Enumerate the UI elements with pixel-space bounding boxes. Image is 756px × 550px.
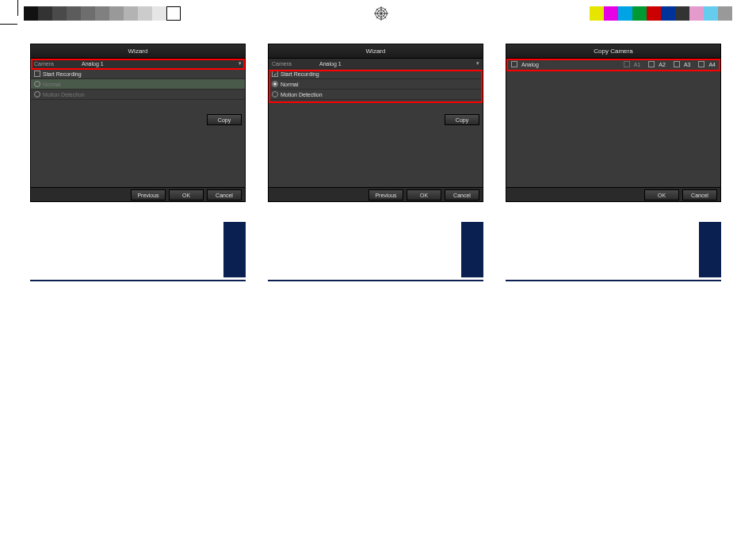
swatch <box>67 6 81 21</box>
caption-underline <box>506 280 721 281</box>
registration-mark-icon <box>374 6 388 21</box>
ok-button[interactable]: OK <box>169 189 204 201</box>
wizard-panel-1: Wizard Camera Analog 1 ▾ Start Recording… <box>30 44 246 202</box>
swatch <box>52 6 67 21</box>
swatch <box>152 6 166 21</box>
highlight-options <box>269 70 483 103</box>
cancel-button[interactable]: Cancel <box>682 189 717 201</box>
swatch <box>38 6 52 21</box>
swatch <box>590 6 604 21</box>
swatch <box>704 6 718 21</box>
ok-button[interactable]: OK <box>407 189 441 201</box>
cancel-button[interactable]: Cancel <box>445 189 479 201</box>
footer-buttons: Previous OK Cancel <box>31 187 245 201</box>
panel-title: Copy Camera <box>506 44 720 59</box>
swatch-bar-right <box>590 6 732 21</box>
swatch <box>24 6 38 21</box>
copy-camera-panel: Copy Camera Analog A1 A2 <box>506 44 721 202</box>
caption-2 <box>268 214 483 281</box>
start-recording-label: Start Recording <box>43 71 82 77</box>
a1-checkbox[interactable]: A1 <box>624 61 641 67</box>
swatch <box>604 6 618 21</box>
caption-3 <box>506 214 721 281</box>
camera-dropdown[interactable]: Camera Analog 1 ▾ <box>269 59 483 69</box>
panel-title: Wizard <box>269 44 483 59</box>
footer-buttons: Previous OK Cancel <box>269 187 483 201</box>
nav-block <box>461 222 483 277</box>
radio-icon <box>34 91 40 97</box>
wizard-panel-2: Wizard Camera Analog 1 ▾ ✓ Start Recordi… <box>268 44 483 202</box>
swatch <box>647 6 661 21</box>
normal-row: Normal <box>31 79 245 90</box>
highlight-analog-row <box>506 59 720 71</box>
camera-label: Camera <box>272 61 319 67</box>
highlight-camera-row <box>31 59 245 70</box>
ok-button[interactable]: OK <box>644 189 679 201</box>
copy-button[interactable]: Copy <box>445 114 479 125</box>
crop-mark-h <box>0 24 17 25</box>
swatch <box>689 6 704 21</box>
swatch <box>138 6 152 21</box>
chevron-down-icon: ▾ <box>476 60 479 67</box>
footer-buttons: OK Cancel <box>506 187 720 201</box>
caption-underline <box>268 280 483 281</box>
motion-label: Motion Detection <box>43 92 85 97</box>
swatch <box>124 6 138 21</box>
swatch <box>166 6 181 21</box>
swatch <box>81 6 95 21</box>
normal-label: Normal <box>43 82 61 87</box>
panel-title: Wizard <box>31 44 245 59</box>
swatch <box>632 6 647 21</box>
swatch-bar-left <box>24 6 181 21</box>
swatch <box>675 6 689 21</box>
swatch <box>95 6 109 21</box>
caption-1 <box>30 214 246 281</box>
copy-button[interactable]: Copy <box>207 114 242 125</box>
motion-row: Motion Detection <box>31 90 245 100</box>
checkbox-unchecked-icon[interactable] <box>34 71 40 77</box>
previous-button[interactable]: Previous <box>131 189 166 201</box>
swatch <box>718 6 732 21</box>
swatch <box>661 6 675 21</box>
swatch <box>618 6 632 21</box>
start-recording-row[interactable]: Start Recording <box>31 69 245 79</box>
radio-icon <box>34 81 40 87</box>
swatch <box>109 6 124 21</box>
cancel-button[interactable]: Cancel <box>207 189 242 201</box>
nav-block <box>699 222 721 277</box>
previous-button[interactable]: Previous <box>368 189 403 201</box>
a1-label: A1 <box>634 62 641 67</box>
caption-underline <box>30 280 246 281</box>
checkbox-icon <box>624 61 630 67</box>
crop-mark-v <box>17 0 18 16</box>
camera-value: Analog 1 <box>319 61 342 67</box>
nav-block <box>223 222 246 277</box>
